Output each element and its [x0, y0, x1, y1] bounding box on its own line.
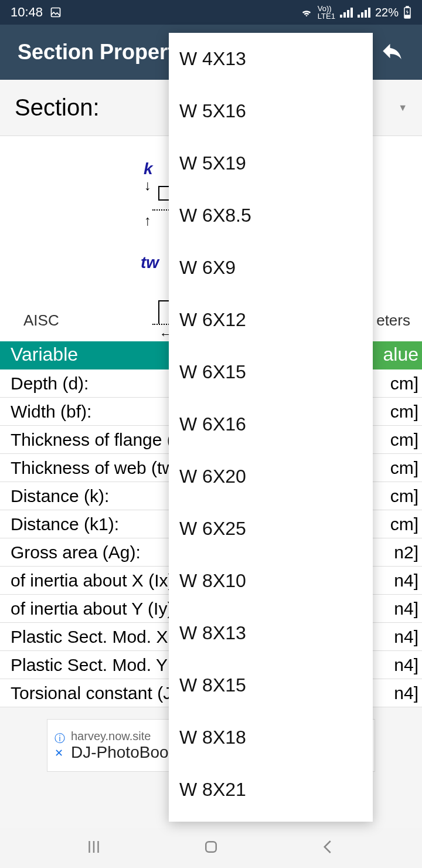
signal-icon-2 [358, 7, 370, 18]
arrow-down-icon: ↓ [144, 177, 151, 194]
network-label: Vo))LTE1 [318, 5, 335, 20]
dropdown-item[interactable]: W 6X25 [169, 503, 373, 555]
dropdown-item[interactable]: W 8X13 [169, 607, 373, 659]
unit-cell: cm] [369, 429, 422, 451]
status-left: 10:48 [11, 5, 62, 20]
unit-cell: n4] [369, 654, 422, 676]
section-dropdown-list[interactable]: W 4X13W 5X16W 5X19W 6X8.5W 6X9W 6X12W 6X… [169, 33, 373, 822]
diagram-k-label: k [144, 160, 153, 178]
reply-icon[interactable] [380, 39, 404, 66]
svg-rect-7 [206, 842, 216, 852]
battery-icon [403, 6, 411, 19]
unit-cell: n2] [369, 541, 422, 564]
unit-cell: cm] [369, 372, 422, 395]
dropdown-item[interactable]: W 6X9 [169, 242, 373, 294]
header-value: alue [369, 341, 422, 369]
dropdown-item[interactable]: W 5X16 [169, 85, 373, 137]
android-nav-bar [0, 828, 422, 868]
status-right: Vo))LTE1 22% [300, 5, 411, 20]
dropdown-item[interactable]: W 8X18 [169, 711, 373, 764]
home-button[interactable] [202, 838, 220, 858]
signal-icon-1 [340, 7, 353, 18]
dropdown-item[interactable]: W 6X16 [169, 398, 373, 450]
unit-cell: cm] [369, 485, 422, 507]
diagram-tw-label: tw [141, 253, 159, 272]
section-label: Section: [15, 94, 100, 121]
arrow-up-icon: ↑ [144, 212, 151, 229]
ad-text: harvey.now.site DJ-PhotoBoo [71, 730, 169, 762]
chevron-down-icon: ▼ [398, 103, 407, 113]
close-icon[interactable]: ✕ [55, 747, 65, 760]
dropdown-item[interactable]: W 6X12 [169, 294, 373, 346]
unit-cell: n4] [369, 569, 422, 592]
units-label: eters [376, 311, 410, 330]
dropdown-item[interactable]: W 8X10 [169, 555, 373, 607]
dropdown-item[interactable]: W 6X20 [169, 450, 373, 503]
dropdown-item[interactable]: W 4X13 [169, 33, 373, 85]
dropdown-item[interactable]: W 8X21 [169, 764, 373, 816]
dropdown-item[interactable]: W 5X19 [169, 137, 373, 189]
unit-cell: cm] [369, 513, 422, 535]
battery-percent: 22% [375, 6, 399, 19]
wifi-icon [300, 7, 313, 18]
unit-cell: n4] [369, 682, 422, 704]
image-icon [50, 6, 62, 18]
aisc-label: AISC [23, 311, 59, 330]
status-bar: 10:48 Vo))LTE1 22% [0, 0, 422, 25]
unit-cell: n4] [369, 626, 422, 648]
svg-rect-3 [405, 15, 410, 18]
dropdown-item[interactable]: W 8X15 [169, 659, 373, 711]
status-time: 10:48 [11, 5, 43, 20]
unit-cell: cm] [369, 401, 422, 423]
back-button[interactable] [319, 838, 337, 858]
dropdown-item[interactable]: W 6X8.5 [169, 189, 373, 242]
info-icon[interactable]: ⓘ [55, 731, 65, 745]
recent-apps-button[interactable] [85, 838, 103, 858]
svg-rect-2 [406, 6, 409, 8]
ad-site: harvey.now.site [71, 730, 169, 743]
unit-cell: cm] [369, 457, 422, 479]
dropdown-item[interactable]: W 8X24 [169, 816, 373, 822]
ad-title: DJ-PhotoBoo [71, 743, 169, 762]
ad-controls: ⓘ ✕ [55, 731, 65, 760]
svg-rect-0 [52, 8, 60, 17]
unit-cell: n4] [369, 598, 422, 620]
dropdown-item[interactable]: W 6X15 [169, 346, 373, 398]
